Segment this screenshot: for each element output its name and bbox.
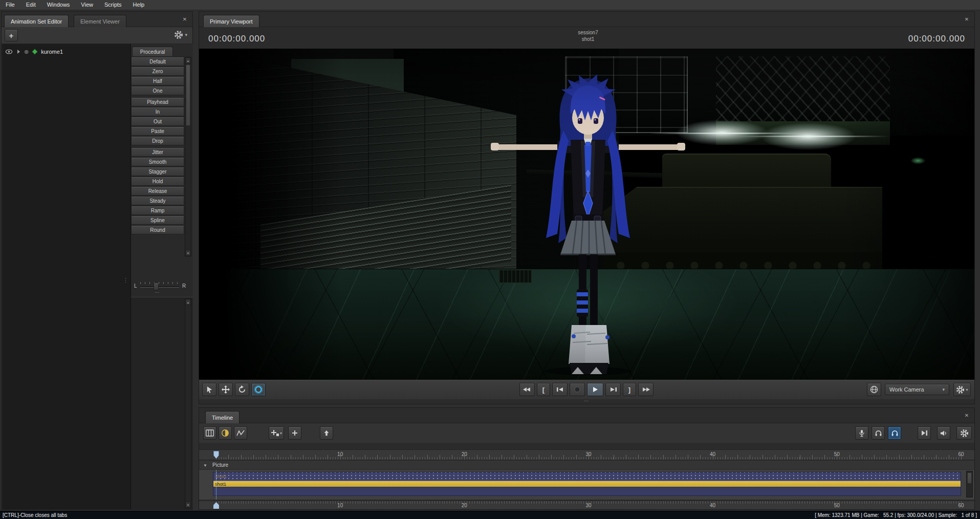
graph-editor-button[interactable]	[234, 426, 247, 440]
mark-out-button[interactable]: ]	[623, 383, 636, 396]
scrollbar-thumb[interactable]	[186, 64, 190, 126]
menu-item[interactable]: File	[0, 0, 20, 9]
slider-handle[interactable]	[154, 283, 159, 290]
select-tool-button[interactable]	[202, 383, 216, 396]
add-animation-set-button[interactable]: +	[5, 29, 18, 41]
menu-item[interactable]: Edit	[20, 0, 41, 9]
splitter-grip[interactable]: ⋮	[123, 277, 128, 284]
track-name-label[interactable]: Picture	[212, 462, 228, 468]
procedural-preset-button[interactable]: Half	[131, 76, 184, 85]
record-button[interactable]	[570, 383, 585, 396]
close-icon[interactable]: ✕	[963, 412, 970, 419]
preset-falloff-slider: L R ⋯	[131, 279, 193, 293]
procedural-preset-button[interactable]: Release	[131, 186, 184, 196]
procedural-preset-button[interactable]: Jitter	[131, 147, 184, 157]
animation-set-tree[interactable]: ⊕ kurome1 ⋮	[2, 44, 131, 509]
scroll-down-icon[interactable]: ▼	[185, 502, 191, 508]
motion-editor-button[interactable]	[219, 426, 232, 440]
go-to-end-button[interactable]	[918, 426, 931, 440]
tab-primary-viewport[interactable]: Primary Viewport	[203, 15, 259, 27]
rewind-button[interactable]	[519, 383, 535, 396]
timecode-duration: 00:00:00.000	[908, 34, 965, 44]
tab-timeline[interactable]: Timeline	[205, 411, 239, 423]
menu-item[interactable]: View	[75, 0, 99, 9]
menu-item[interactable]: Help	[127, 0, 150, 9]
scroll-up-icon[interactable]: ▲	[185, 57, 191, 63]
procedural-preset-button[interactable]: Smooth	[131, 157, 184, 166]
grip-dots[interactable]: ⋯	[131, 290, 184, 295]
blue-target-circle-icon	[254, 385, 263, 394]
up-level-button[interactable]	[320, 426, 333, 440]
collapse-arrow-icon[interactable]: ▼	[203, 463, 207, 468]
procedural-scrollbar[interactable]: ▲ ▼	[185, 57, 191, 256]
tab-animation-set-editor[interactable]: Animation Set Editor	[4, 15, 69, 27]
up-arrow-icon	[323, 429, 330, 437]
visibility-eye-icon[interactable]	[5, 49, 13, 55]
film-strip-icon	[206, 429, 214, 437]
camera-globe-button[interactable]	[867, 383, 881, 396]
tab-element-viewer[interactable]: Element Viewer	[74, 15, 126, 27]
procedural-preset-button[interactable]: Round	[131, 225, 184, 234]
clip-time-bar[interactable]: shot1	[213, 481, 961, 487]
headphones-solo-button[interactable]	[888, 426, 901, 440]
headphones-button[interactable]	[872, 426, 885, 440]
tracks-scrollbar[interactable]	[966, 471, 973, 498]
panel-resize-grip[interactable]: ⋯	[199, 398, 974, 403]
clip-shot1[interactable]: shot1 shot1	[213, 472, 961, 496]
rotate-tool-button[interactable]	[235, 383, 249, 396]
timeline-ruler[interactable]: 102030405060	[199, 449, 974, 460]
menu-item[interactable]: Windows	[41, 0, 76, 9]
mark-in-button[interactable]: [	[537, 383, 550, 396]
procedural-preset-button[interactable]: Steady	[131, 196, 184, 205]
panel-settings-button[interactable]: ▾	[174, 30, 187, 39]
lower-scrollbar[interactable]: ▲ ▼	[185, 298, 191, 508]
timeline-settings-button[interactable]	[956, 426, 972, 440]
speaker-button[interactable]	[937, 426, 950, 440]
add-clip-button[interactable]	[288, 426, 301, 440]
fast-forward-button[interactable]	[638, 383, 654, 396]
microphone-button[interactable]	[855, 426, 868, 440]
close-icon[interactable]: ✕	[963, 16, 970, 23]
procedural-preset-button[interactable]: Paste	[131, 126, 184, 136]
procedural-preset-button[interactable]: Hold	[131, 177, 184, 186]
viewport-settings-button[interactable]: ▾	[953, 383, 971, 396]
ruler-tick-label: 60	[958, 503, 964, 508]
procedural-preset-button[interactable]: Out	[131, 117, 184, 126]
crosshair-icon[interactable]: ⊕	[24, 49, 29, 55]
scroll-down-icon[interactable]: ▼	[185, 250, 191, 256]
procedural-preset-button[interactable]: Playhead	[131, 97, 184, 106]
tree-row-kurome1[interactable]: ⊕ kurome1	[5, 47, 63, 56]
next-frame-button[interactable]	[605, 383, 621, 396]
slider-track[interactable]	[140, 286, 179, 288]
procedural-preset-button[interactable]: Spline	[131, 215, 184, 225]
slider-ticks	[140, 282, 179, 284]
procedural-preset-button[interactable]: One	[131, 86, 184, 95]
viewport-render-area[interactable]	[199, 49, 974, 380]
app-window: FileEditWindowsViewScriptsHelp Animation…	[0, 0, 980, 519]
scroll-up-icon[interactable]: ▲	[185, 299, 191, 305]
procedural-presets-panel: Procedural DefaultZeroHalfOnePlayheadInO…	[131, 44, 193, 509]
move-tool-button[interactable]	[219, 383, 233, 396]
ruler-tick-label: 10	[337, 503, 343, 508]
add-keyframe-button[interactable]: ▾	[269, 426, 284, 440]
procedural-preset-button[interactable]: Drop	[131, 136, 184, 145]
timeline-overview-ruler[interactable]: 102030405060	[199, 501, 974, 509]
clip-editor-button[interactable]	[203, 426, 216, 440]
expand-arrow-icon[interactable]	[16, 49, 21, 54]
procedural-preset-button[interactable]: Default	[131, 57, 184, 66]
scrollbar-thumb[interactable]	[967, 472, 972, 484]
plus-tag-icon	[271, 429, 279, 437]
procedural-preset-button[interactable]: Ramp	[131, 206, 184, 215]
procedural-preset-button[interactable]: Stagger	[131, 167, 184, 176]
previous-frame-button[interactable]	[552, 383, 568, 396]
menu-item[interactable]: Scripts	[99, 0, 127, 9]
screen-manipulator-button[interactable]	[251, 383, 266, 396]
timeline-tracks[interactable]: ▼ Picture shot1 shot1	[199, 461, 974, 500]
procedural-preset-button[interactable]: Zero	[131, 67, 184, 76]
tab-procedural[interactable]: Procedural	[132, 47, 173, 56]
close-icon[interactable]: ✕	[181, 16, 188, 23]
procedural-preset-button[interactable]: In	[131, 107, 184, 116]
tree-item-label[interactable]: kurome1	[41, 49, 63, 55]
camera-selector-dropdown[interactable]: Work Camera ▾	[885, 384, 949, 395]
play-button[interactable]	[587, 383, 603, 396]
